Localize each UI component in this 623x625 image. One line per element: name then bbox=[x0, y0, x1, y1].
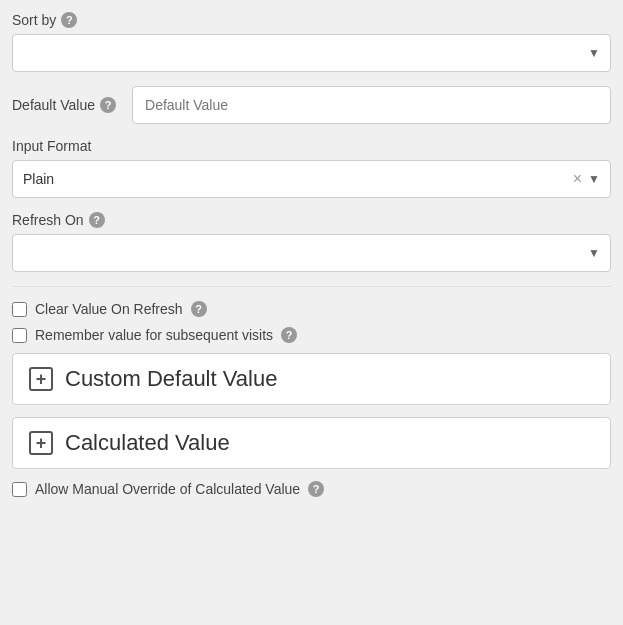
sort-by-section: Sort by ? ▼ bbox=[12, 12, 611, 72]
default-value-label: Default Value bbox=[12, 97, 95, 113]
input-format-label-row: Input Format bbox=[12, 138, 611, 154]
sort-by-select[interactable] bbox=[13, 35, 610, 71]
sort-by-help-icon[interactable]: ? bbox=[61, 12, 77, 28]
input-format-clear-button[interactable]: × bbox=[573, 171, 582, 187]
clear-value-row: Clear Value On Refresh ? bbox=[12, 301, 611, 317]
clear-value-label: Clear Value On Refresh bbox=[35, 301, 183, 317]
refresh-on-section: Refresh On ? ▼ bbox=[12, 212, 611, 272]
input-format-dropdown-arrow[interactable]: ▼ bbox=[588, 172, 600, 186]
allow-manual-label: Allow Manual Override of Calculated Valu… bbox=[35, 481, 300, 497]
remember-value-checkbox[interactable] bbox=[12, 328, 27, 343]
input-format-selected-value: Plain bbox=[23, 171, 573, 187]
clear-value-checkbox[interactable] bbox=[12, 302, 27, 317]
sort-by-label-row: Sort by ? bbox=[12, 12, 611, 28]
input-format-section: Input Format Plain × ▼ bbox=[12, 138, 611, 198]
allow-manual-checkbox[interactable] bbox=[12, 482, 27, 497]
refresh-on-help-icon[interactable]: ? bbox=[89, 212, 105, 228]
clear-value-help-icon[interactable]: ? bbox=[191, 301, 207, 317]
input-format-select-wrapper[interactable]: Plain × ▼ bbox=[12, 160, 611, 198]
remember-value-help-icon[interactable]: ? bbox=[281, 327, 297, 343]
calculated-value-section: + Calculated Value bbox=[12, 417, 611, 469]
refresh-on-select[interactable] bbox=[13, 235, 610, 271]
default-value-input[interactable] bbox=[132, 86, 611, 124]
default-value-label-row: Default Value ? bbox=[12, 97, 116, 113]
calculated-value-plus-button[interactable]: + bbox=[29, 431, 53, 455]
custom-default-title: Custom Default Value bbox=[65, 366, 277, 392]
custom-default-plus-button[interactable]: + bbox=[29, 367, 53, 391]
custom-default-header[interactable]: + Custom Default Value bbox=[13, 354, 610, 404]
divider-1 bbox=[12, 286, 611, 287]
sort-by-select-wrapper[interactable]: ▼ bbox=[12, 34, 611, 72]
calculated-value-header[interactable]: + Calculated Value bbox=[13, 418, 610, 468]
calculated-value-title: Calculated Value bbox=[65, 430, 230, 456]
allow-manual-help-icon[interactable]: ? bbox=[308, 481, 324, 497]
refresh-on-label-row: Refresh On ? bbox=[12, 212, 611, 228]
custom-default-section: + Custom Default Value bbox=[12, 353, 611, 405]
sort-by-label: Sort by bbox=[12, 12, 56, 28]
allow-manual-row: Allow Manual Override of Calculated Valu… bbox=[12, 481, 611, 497]
remember-value-label: Remember value for subsequent visits bbox=[35, 327, 273, 343]
remember-value-row: Remember value for subsequent visits ? bbox=[12, 327, 611, 343]
default-value-help-icon[interactable]: ? bbox=[100, 97, 116, 113]
input-format-label: Input Format bbox=[12, 138, 91, 154]
refresh-on-label: Refresh On bbox=[12, 212, 84, 228]
default-value-row: Default Value ? bbox=[12, 86, 611, 124]
refresh-on-select-wrapper[interactable]: ▼ bbox=[12, 234, 611, 272]
